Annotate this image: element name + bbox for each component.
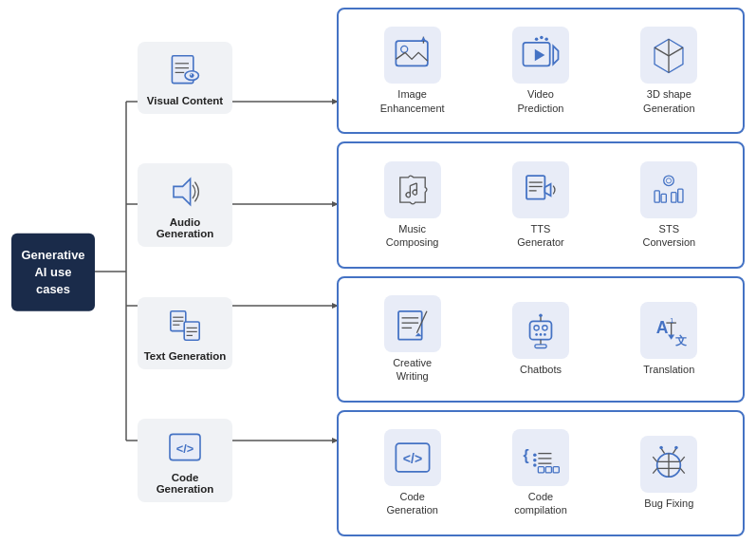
svg-line-51 bbox=[410, 183, 416, 186]
item-sts-label: STSConversion bbox=[642, 222, 695, 250]
item-bug-fixing-label: Bug Fixing bbox=[644, 497, 693, 510]
svg-rect-61 bbox=[672, 192, 676, 202]
item-tts: TTSGenerator bbox=[493, 161, 588, 250]
svg-point-45 bbox=[544, 38, 548, 42]
svg-point-24 bbox=[191, 74, 193, 76]
item-image-enhancement-label: ImageEnhancement bbox=[380, 87, 445, 115]
svg-point-88 bbox=[533, 454, 537, 458]
svg-line-102 bbox=[654, 469, 657, 474]
svg-line-103 bbox=[681, 457, 685, 461]
svg-text:A: A bbox=[656, 318, 669, 337]
svg-point-74 bbox=[544, 333, 546, 336]
svg-rect-78 bbox=[535, 345, 546, 348]
item-music-composing-label: MusicComposing bbox=[386, 222, 439, 250]
sts-icon-bg bbox=[640, 161, 697, 218]
svg-point-43 bbox=[535, 38, 539, 42]
item-code-generation: </> CodeGeneration bbox=[365, 429, 460, 517]
video-prediction-icon-bg bbox=[512, 27, 569, 84]
main-label-line2: AI use cases bbox=[34, 264, 71, 295]
svg-point-107 bbox=[660, 446, 664, 450]
svg-rect-52 bbox=[526, 176, 544, 199]
item-tts-label: TTSGenerator bbox=[517, 222, 564, 250]
svg-point-90 bbox=[533, 463, 537, 467]
item-chatbots: Chatbots bbox=[493, 302, 588, 376]
svg-rect-60 bbox=[661, 194, 666, 202]
video-prediction-icon bbox=[520, 34, 562, 76]
svg-rect-96 bbox=[553, 467, 559, 473]
category-visual-label: Visual Content bbox=[147, 95, 223, 106]
category-code-label: Code Generation bbox=[143, 472, 227, 495]
eye-document-icon bbox=[166, 51, 204, 89]
creative-writing-icon-bg bbox=[384, 295, 441, 352]
tts-icon bbox=[520, 169, 562, 211]
category-text-label: Text Generation bbox=[144, 350, 227, 362]
svg-marker-39 bbox=[420, 37, 425, 41]
svg-rect-69 bbox=[530, 321, 552, 339]
item-music-composing: MusicComposing bbox=[365, 161, 460, 250]
item-sts: STSConversion bbox=[621, 161, 716, 250]
group-text: CreativeWriting bbox=[337, 276, 745, 403]
groups: ImageEnhancement VideoPrediction bbox=[337, 8, 745, 536]
item-chatbots-label: Chatbots bbox=[520, 363, 562, 376]
svg-text:</>: </> bbox=[402, 451, 421, 466]
svg-point-23 bbox=[190, 73, 194, 78]
diagram: Generative AI use cases bbox=[0, 0, 756, 544]
code-compilation-icon: { bbox=[520, 437, 562, 478]
text-lines-icon bbox=[166, 307, 204, 345]
svg-marker-41 bbox=[553, 47, 558, 65]
svg-text:{: { bbox=[524, 447, 529, 463]
image-enhancement-icon-bg bbox=[384, 27, 441, 84]
svg-line-101 bbox=[654, 457, 657, 461]
svg-marker-25 bbox=[174, 179, 191, 205]
svg-point-73 bbox=[540, 333, 543, 336]
svg-rect-94 bbox=[538, 467, 544, 473]
bug-fixing-icon bbox=[648, 443, 690, 485]
svg-point-44 bbox=[540, 36, 544, 40]
item-code-compilation-label: Codecompilation bbox=[514, 490, 567, 517]
item-creative-writing-label: CreativeWriting bbox=[393, 356, 432, 384]
translation-icon-bg: A 文 1 bbox=[640, 302, 697, 359]
item-creative-writing: CreativeWriting bbox=[365, 295, 460, 384]
item-image-enhancement: ImageEnhancement bbox=[365, 27, 460, 115]
sts-icon bbox=[648, 169, 690, 211]
bug-fixing-icon-bg bbox=[640, 436, 697, 493]
item-translation-label: Translation bbox=[643, 363, 694, 376]
svg-text:1: 1 bbox=[670, 316, 674, 325]
chatbots-icon-bg bbox=[512, 302, 569, 359]
categories: Visual Content Audio Generation bbox=[138, 0, 232, 544]
svg-point-89 bbox=[533, 459, 537, 462]
category-audio-label: Audio Generation bbox=[143, 216, 227, 239]
category-visual: Visual Content bbox=[138, 42, 232, 114]
tts-icon-bg bbox=[512, 161, 569, 218]
item-3d-shape: 3D shapeGeneration bbox=[621, 27, 716, 115]
category-text: Text Generation bbox=[138, 297, 232, 369]
image-enhancement-icon bbox=[392, 34, 433, 76]
svg-point-76 bbox=[539, 313, 543, 317]
speaker-icon bbox=[166, 173, 204, 211]
main-label: Generative AI use cases bbox=[11, 233, 95, 311]
svg-line-104 bbox=[681, 469, 685, 474]
code-generation-icon-bg: </> bbox=[384, 429, 441, 486]
category-audio: Audio Generation bbox=[138, 163, 232, 247]
svg-marker-81 bbox=[668, 334, 674, 339]
svg-rect-59 bbox=[655, 190, 659, 201]
3d-shape-icon bbox=[648, 34, 690, 76]
item-bug-fixing: Bug Fixing bbox=[621, 436, 716, 510]
svg-rect-30 bbox=[184, 322, 199, 340]
svg-rect-95 bbox=[545, 467, 551, 473]
svg-text:文: 文 bbox=[675, 334, 687, 347]
svg-point-57 bbox=[664, 176, 674, 186]
item-translation: A 文 1 Translation bbox=[621, 302, 716, 376]
group-audio: MusicComposing TTSGenerator bbox=[337, 141, 745, 268]
svg-rect-36 bbox=[396, 41, 427, 66]
item-video-prediction: VideoPrediction bbox=[493, 27, 588, 115]
item-code-generation-label: CodeGeneration bbox=[386, 490, 437, 517]
music-composing-icon bbox=[392, 169, 433, 211]
code-compilation-icon-bg: { bbox=[512, 429, 569, 486]
code-brackets-icon: </> bbox=[166, 428, 204, 466]
item-video-prediction-label: VideoPrediction bbox=[518, 87, 564, 115]
chatbots-icon bbox=[520, 310, 562, 351]
music-composing-icon-bg bbox=[384, 161, 441, 218]
svg-point-72 bbox=[535, 333, 538, 336]
main-label-line1: Generative bbox=[21, 247, 84, 261]
